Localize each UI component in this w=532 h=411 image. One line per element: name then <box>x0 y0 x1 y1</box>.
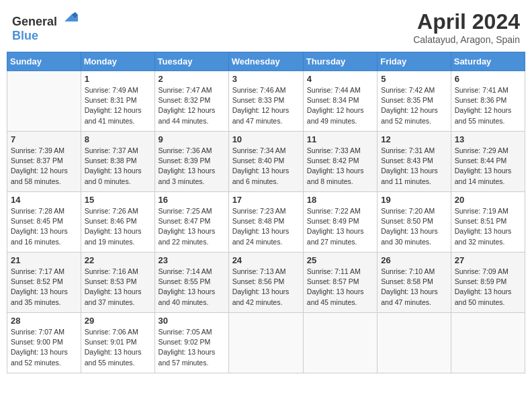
location-subtitle: Calatayud, Aragon, Spain <box>413 34 520 45</box>
day-info: Sunrise: 7:06 AMSunset: 9:01 PMDaylight:… <box>85 327 151 368</box>
calendar-cell: 21Sunrise: 7:17 AMSunset: 8:52 PMDayligh… <box>7 253 81 313</box>
header-day-monday: Monday <box>81 52 154 71</box>
day-number: 29 <box>85 316 151 326</box>
calendar-cell: 16Sunrise: 7:25 AMSunset: 8:47 PMDayligh… <box>154 192 228 253</box>
day-number: 19 <box>381 195 447 205</box>
calendar-cell: 19Sunrise: 7:20 AMSunset: 8:50 PMDayligh… <box>378 192 451 253</box>
day-info: Sunrise: 7:33 AMSunset: 8:42 PMDaylight:… <box>307 146 373 187</box>
day-number: 24 <box>232 255 300 265</box>
day-info: Sunrise: 7:46 AMSunset: 8:33 PMDaylight:… <box>232 85 300 126</box>
header-day-thursday: Thursday <box>303 52 377 71</box>
day-number: 17 <box>232 195 300 205</box>
header-day-friday: Friday <box>378 52 451 71</box>
week-row-1: 1Sunrise: 7:49 AMSunset: 8:31 PMDaylight… <box>7 71 525 132</box>
header-day-saturday: Saturday <box>451 52 525 71</box>
day-info: Sunrise: 7:09 AMSunset: 8:59 PMDaylight:… <box>455 267 521 308</box>
day-number: 11 <box>307 134 373 144</box>
day-number: 16 <box>159 195 225 205</box>
week-row-2: 7Sunrise: 7:39 AMSunset: 8:37 PMDaylight… <box>7 132 525 192</box>
month-year-title: April 2024 <box>413 9 520 34</box>
calendar-cell: 1Sunrise: 7:49 AMSunset: 8:31 PMDaylight… <box>81 71 154 132</box>
day-info: Sunrise: 7:11 AMSunset: 8:57 PMDaylight:… <box>307 267 373 308</box>
week-row-3: 14Sunrise: 7:28 AMSunset: 8:45 PMDayligh… <box>7 192 525 253</box>
calendar-cell: 5Sunrise: 7:42 AMSunset: 8:35 PMDaylight… <box>378 71 451 132</box>
day-number: 10 <box>232 134 300 144</box>
day-info: Sunrise: 7:28 AMSunset: 8:45 PMDaylight:… <box>11 206 77 247</box>
day-number: 30 <box>159 316 225 326</box>
calendar-cell: 22Sunrise: 7:16 AMSunset: 8:53 PMDayligh… <box>81 253 154 313</box>
day-info: Sunrise: 7:49 AMSunset: 8:31 PMDaylight:… <box>85 85 151 126</box>
day-number: 6 <box>455 74 521 84</box>
day-number: 4 <box>307 74 373 84</box>
day-info: Sunrise: 7:39 AMSunset: 8:37 PMDaylight:… <box>11 146 77 187</box>
calendar-cell: 8Sunrise: 7:37 AMSunset: 8:38 PMDaylight… <box>81 132 154 192</box>
day-info: Sunrise: 7:44 AMSunset: 8:34 PMDaylight:… <box>307 85 373 126</box>
calendar-body: 1Sunrise: 7:49 AMSunset: 8:31 PMDaylight… <box>7 71 525 373</box>
day-number: 2 <box>159 74 225 84</box>
calendar-cell: 17Sunrise: 7:23 AMSunset: 8:48 PMDayligh… <box>228 192 303 253</box>
calendar-table: SundayMondayTuesdayWednesdayThursdayFrid… <box>7 52 525 373</box>
day-info: Sunrise: 7:16 AMSunset: 8:53 PMDaylight:… <box>85 267 151 308</box>
week-row-4: 21Sunrise: 7:17 AMSunset: 8:52 PMDayligh… <box>7 253 525 313</box>
header-day-sunday: Sunday <box>7 52 81 71</box>
day-number: 23 <box>159 255 225 265</box>
day-number: 15 <box>85 195 151 205</box>
calendar-cell: 23Sunrise: 7:14 AMSunset: 8:55 PMDayligh… <box>154 253 228 313</box>
day-number: 9 <box>159 134 225 144</box>
calendar-cell <box>7 71 81 132</box>
day-info: Sunrise: 7:41 AMSunset: 8:36 PMDaylight:… <box>455 85 521 126</box>
calendar-cell: 27Sunrise: 7:09 AMSunset: 8:59 PMDayligh… <box>451 253 525 313</box>
calendar-cell: 14Sunrise: 7:28 AMSunset: 8:45 PMDayligh… <box>7 192 81 253</box>
logo: General Blue <box>12 9 78 43</box>
calendar-cell: 25Sunrise: 7:11 AMSunset: 8:57 PMDayligh… <box>303 253 377 313</box>
logo-general: General <box>12 15 57 28</box>
calendar-cell: 26Sunrise: 7:10 AMSunset: 8:58 PMDayligh… <box>378 253 451 313</box>
day-info: Sunrise: 7:29 AMSunset: 8:44 PMDaylight:… <box>455 146 521 187</box>
day-info: Sunrise: 7:05 AMSunset: 9:02 PMDaylight:… <box>159 327 225 368</box>
day-info: Sunrise: 7:19 AMSunset: 8:51 PMDaylight:… <box>455 206 521 247</box>
calendar-cell: 29Sunrise: 7:06 AMSunset: 9:01 PMDayligh… <box>81 313 154 373</box>
calendar-cell: 11Sunrise: 7:33 AMSunset: 8:42 PMDayligh… <box>303 132 377 192</box>
day-number: 20 <box>455 195 521 205</box>
day-info: Sunrise: 7:34 AMSunset: 8:40 PMDaylight:… <box>232 146 300 187</box>
calendar-cell: 30Sunrise: 7:05 AMSunset: 9:02 PMDayligh… <box>154 313 228 373</box>
calendar-cell <box>228 313 303 373</box>
day-number: 25 <box>307 255 373 265</box>
calendar-cell: 4Sunrise: 7:44 AMSunset: 8:34 PMDaylight… <box>303 71 377 132</box>
calendar-cell <box>378 313 451 373</box>
header-day-tuesday: Tuesday <box>154 52 228 71</box>
day-number: 14 <box>11 195 77 205</box>
day-number: 18 <box>307 195 373 205</box>
calendar-cell: 9Sunrise: 7:36 AMSunset: 8:39 PMDaylight… <box>154 132 228 192</box>
calendar-cell: 13Sunrise: 7:29 AMSunset: 8:44 PMDayligh… <box>451 132 525 192</box>
day-number: 7 <box>11 134 77 144</box>
calendar-header: SundayMondayTuesdayWednesdayThursdayFrid… <box>7 52 525 71</box>
day-info: Sunrise: 7:47 AMSunset: 8:32 PMDaylight:… <box>159 85 225 126</box>
day-number: 1 <box>85 74 151 84</box>
day-number: 21 <box>11 255 77 265</box>
day-info: Sunrise: 7:22 AMSunset: 8:49 PMDaylight:… <box>307 206 373 247</box>
day-number: 8 <box>85 134 151 144</box>
logo-blue: Blue <box>12 29 38 42</box>
day-info: Sunrise: 7:23 AMSunset: 8:48 PMDaylight:… <box>232 206 300 247</box>
page-header: General Blue April 2024 Calatayud, Arago… <box>7 7 525 48</box>
day-number: 26 <box>381 255 447 265</box>
calendar-cell <box>451 313 525 373</box>
logo-text: General Blue <box>12 9 78 43</box>
header-day-wednesday: Wednesday <box>228 52 303 71</box>
title-block: April 2024 Calatayud, Aragon, Spain <box>413 9 520 45</box>
day-info: Sunrise: 7:31 AMSunset: 8:43 PMDaylight:… <box>381 146 447 187</box>
day-number: 12 <box>381 134 447 144</box>
logo-icon <box>62 9 78 26</box>
calendar-cell: 15Sunrise: 7:26 AMSunset: 8:46 PMDayligh… <box>81 192 154 253</box>
day-number: 5 <box>381 74 447 84</box>
day-number: 28 <box>11 316 77 326</box>
calendar-cell: 2Sunrise: 7:47 AMSunset: 8:32 PMDaylight… <box>154 71 228 132</box>
calendar-cell: 6Sunrise: 7:41 AMSunset: 8:36 PMDaylight… <box>451 71 525 132</box>
day-info: Sunrise: 7:10 AMSunset: 8:58 PMDaylight:… <box>381 267 447 308</box>
day-info: Sunrise: 7:37 AMSunset: 8:38 PMDaylight:… <box>85 146 151 187</box>
day-number: 27 <box>455 255 521 265</box>
calendar-cell: 28Sunrise: 7:07 AMSunset: 9:00 PMDayligh… <box>7 313 81 373</box>
day-info: Sunrise: 7:07 AMSunset: 9:00 PMDaylight:… <box>11 327 77 368</box>
day-number: 13 <box>455 134 521 144</box>
